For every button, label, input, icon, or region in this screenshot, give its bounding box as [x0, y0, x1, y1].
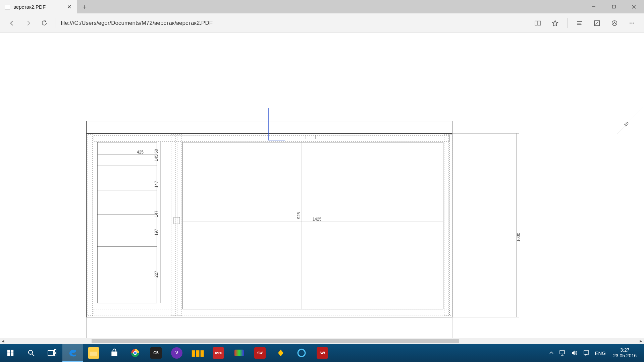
- taskbar-app-store[interactable]: [104, 344, 125, 362]
- taskbar-app-chrome[interactable]: [125, 344, 146, 362]
- taskbar-app-generic-2[interactable]: V: [166, 344, 187, 362]
- svg-rect-64: [560, 351, 565, 354]
- svg-point-62: [134, 352, 137, 354]
- taskbar-app-edge[interactable]: [62, 344, 83, 362]
- task-view-icon[interactable]: [42, 344, 62, 362]
- tray-notifications-icon[interactable]: [581, 344, 592, 362]
- svg-point-13: [615, 23, 616, 24]
- taskbar-app-solidworks-2[interactable]: SW: [312, 344, 333, 362]
- more-icon[interactable]: [624, 15, 640, 31]
- start-button[interactable]: [0, 344, 21, 362]
- svg-point-16: [633, 22, 634, 23]
- svg-rect-22: [177, 135, 182, 316]
- page-icon: [5, 4, 10, 9]
- svg-rect-47: [174, 217, 180, 224]
- svg-rect-56: [54, 353, 56, 356]
- dim-shelf-h4: 197: [154, 229, 159, 236]
- tab-title: верстак2.PDF: [13, 4, 62, 10]
- reading-view-icon[interactable]: [530, 15, 546, 31]
- window-controls: [584, 0, 644, 13]
- dim-shelf-width: 425: [137, 150, 144, 155]
- svg-rect-20: [88, 135, 93, 316]
- svg-rect-67: [584, 351, 589, 354]
- scroll-right-icon[interactable]: ▶: [638, 338, 644, 344]
- dim-shelf-h3: 147: [154, 210, 159, 217]
- refresh-button[interactable]: [36, 15, 52, 31]
- svg-rect-54: [48, 351, 53, 355]
- svg-rect-19: [87, 133, 452, 317]
- svg-point-12: [613, 23, 614, 24]
- taskbar-app-generic-7[interactable]: [291, 344, 312, 362]
- svg-rect-18: [87, 121, 452, 133]
- svg-rect-23: [444, 135, 449, 316]
- browser-tab[interactable]: верстак2.PDF ✕: [0, 0, 77, 13]
- cad-drawing: 20 425 145,50 147: [0, 33, 644, 338]
- taskbar-app-generic-3[interactable]: ▮▮▮: [187, 344, 208, 362]
- scroll-thumb[interactable]: [92, 339, 459, 343]
- dim-shelf-h1: 145,50: [154, 149, 159, 161]
- share-icon[interactable]: [606, 15, 623, 31]
- taskbar-app-generic-6[interactable]: [270, 344, 291, 362]
- address-bar[interactable]: file:///C:/Users/egor/Documents/M72/верс…: [58, 20, 530, 26]
- svg-rect-4: [535, 21, 537, 25]
- dim-shelf-h2: 147: [154, 181, 159, 188]
- tray-clock[interactable]: 3:27 23.05.2016: [608, 347, 641, 359]
- svg-line-53: [32, 354, 34, 356]
- titlebar: верстак2.PDF ✕ ＋: [0, 0, 644, 13]
- svg-point-63: [298, 349, 305, 357]
- svg-rect-50: [7, 353, 10, 356]
- separator: [55, 18, 55, 28]
- document-viewport[interactable]: 20 425 145,50 147: [0, 33, 644, 344]
- svg-rect-21: [171, 135, 176, 316]
- svg-rect-48: [7, 350, 10, 353]
- new-tab-button[interactable]: ＋: [77, 0, 92, 13]
- horizontal-scrollbar[interactable]: ◀ ▶: [0, 338, 644, 344]
- tray-chevron-icon[interactable]: [546, 344, 556, 362]
- taskbar-app-solidworks-1[interactable]: SW: [250, 344, 270, 362]
- svg-rect-32: [183, 142, 443, 309]
- back-button[interactable]: [4, 15, 20, 31]
- dim-height-overall: 1000: [516, 233, 521, 242]
- hub-icon[interactable]: [572, 15, 588, 31]
- svg-rect-55: [54, 350, 56, 352]
- svg-rect-58: [90, 352, 97, 356]
- svg-rect-1: [612, 5, 615, 8]
- taskbar-app-generic-1[interactable]: C5: [146, 344, 166, 362]
- svg-rect-24: [449, 135, 452, 316]
- forward-button[interactable]: [20, 15, 36, 31]
- taskbar-app-generic-4[interactable]: 120%: [208, 344, 229, 362]
- tray-volume-icon[interactable]: [569, 344, 581, 362]
- taskbar-app-generic-5[interactable]: [229, 344, 250, 362]
- separator: [567, 18, 568, 28]
- taskbar: C5 V ▮▮▮ 120% SW SW ENG 3:27 23.05.2016: [0, 344, 644, 362]
- tray-language[interactable]: ENG: [592, 344, 608, 362]
- search-icon[interactable]: [21, 344, 42, 362]
- tab-close-icon[interactable]: ✕: [65, 3, 73, 11]
- svg-point-10: [612, 20, 617, 25]
- favorite-icon[interactable]: [547, 15, 563, 31]
- dim-main-height: 925: [297, 212, 301, 219]
- taskbar-app-explorer[interactable]: [83, 344, 104, 362]
- window-minimize-button[interactable]: [584, 0, 604, 13]
- dim-shelf-h5: 227: [154, 271, 159, 278]
- svg-rect-51: [11, 353, 13, 356]
- navbar: file:///C:/Users/egor/Documents/M72/верс…: [0, 13, 644, 33]
- scroll-left-icon[interactable]: ◀: [0, 338, 6, 344]
- svg-rect-25: [94, 135, 449, 141]
- svg-rect-49: [11, 350, 13, 353]
- svg-rect-26: [94, 309, 449, 315]
- svg-line-17: [617, 107, 644, 133]
- svg-point-52: [29, 350, 33, 354]
- svg-point-11: [614, 21, 615, 22]
- window-close-button[interactable]: [624, 0, 644, 13]
- tray-time: 3:27: [620, 347, 629, 353]
- dim-main-width: 1425: [313, 217, 322, 222]
- tray-date: 23.05.2016: [613, 353, 637, 359]
- svg-rect-27: [97, 142, 157, 303]
- svg-point-15: [632, 22, 633, 23]
- webnote-icon[interactable]: [589, 15, 605, 31]
- svg-point-14: [630, 22, 631, 23]
- window-maximize-button[interactable]: [604, 0, 624, 13]
- scroll-track[interactable]: [6, 339, 638, 343]
- tray-network-icon[interactable]: [556, 344, 569, 362]
